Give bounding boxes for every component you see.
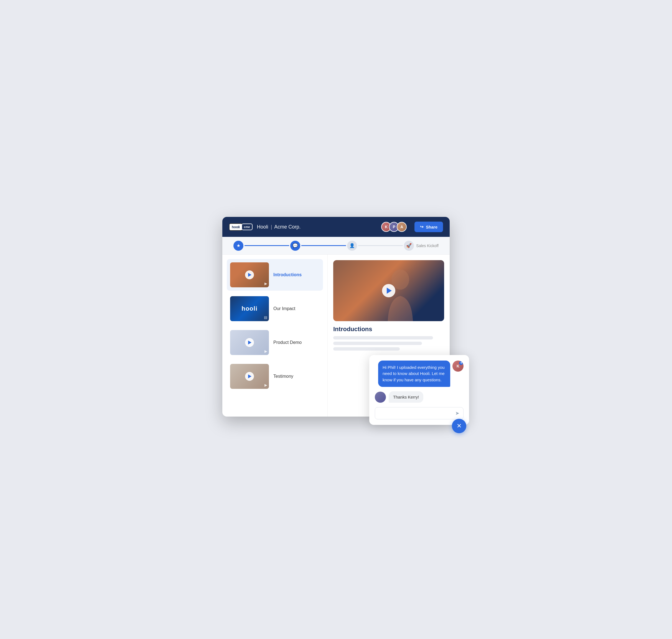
- logo-container: hooli cme: [229, 223, 253, 231]
- scene: hooli cme Hooli | Acme Corp. K P A ↪ Sha…: [211, 206, 461, 433]
- share-icon: ↪: [420, 224, 423, 229]
- share-button[interactable]: ↪ Share: [414, 222, 443, 232]
- playlist-title-introductions: Introductions: [273, 272, 302, 277]
- logo-cme: cme: [241, 223, 253, 230]
- header: hooli cme Hooli | Acme Corp. K P A ↪ Sha…: [222, 217, 450, 237]
- chat-avatar-kerry: K ★: [452, 361, 464, 372]
- send-icon[interactable]: ➤: [455, 410, 459, 416]
- play-triangle-demo: [248, 341, 252, 344]
- playlist: ▶ Introductions hooli ▤ Our Impact: [222, 254, 328, 417]
- chat-bubble-kerry: Hi Phil! I uploaded everything you need …: [378, 361, 450, 387]
- step-3-icon[interactable]: 👤: [347, 241, 357, 251]
- playlist-item-product-demo[interactable]: ▶ Product Demo: [227, 327, 323, 358]
- playlist-item-our-impact[interactable]: hooli ▤ Our Impact: [227, 293, 323, 325]
- playlist-item-testimony[interactable]: ▶ Testimony: [227, 361, 323, 392]
- header-avatars: K P A: [381, 222, 407, 232]
- hooli-logo-thumb: hooli: [241, 305, 258, 312]
- chat-input[interactable]: [379, 411, 453, 416]
- progress-bar: ★ 💬 👤 🚀 Sales Kickoff: [222, 237, 450, 254]
- playlist-title-our-impact: Our Impact: [273, 306, 295, 311]
- svg-point-0: [391, 269, 409, 290]
- video-icon-4: ▶: [265, 383, 267, 387]
- step-line-2: [301, 245, 346, 246]
- play-triangle-testimony: [248, 374, 252, 378]
- chat-msg-incoming: Thanks Kerry!: [375, 391, 464, 403]
- content-line-2: [333, 342, 422, 345]
- playlist-title-product-demo: Product Demo: [273, 340, 302, 345]
- chat-panel: Hi Phil! I uploaded everything you need …: [369, 355, 469, 425]
- chat-msg-outgoing: Hi Phil! I uploaded everything you need …: [375, 361, 464, 387]
- step-line-3: [358, 245, 403, 246]
- avatar-3: A: [397, 222, 407, 232]
- header-title: Hooli | Acme Corp.: [257, 224, 377, 230]
- chat-input-row[interactable]: ➤: [375, 407, 464, 419]
- play-triangle: [248, 273, 252, 277]
- play-btn-introductions[interactable]: [245, 270, 254, 279]
- close-icon: ✕: [457, 422, 462, 430]
- play-btn-demo[interactable]: [245, 338, 254, 347]
- logo-hooli: hooli: [229, 223, 243, 231]
- thumb-our-impact: hooli ▤: [230, 296, 269, 321]
- step-label: Sales Kickoff: [416, 244, 438, 248]
- share-label: Share: [426, 225, 437, 229]
- play-btn-testimony[interactable]: [245, 372, 254, 381]
- step-1-icon[interactable]: ★: [234, 241, 243, 251]
- video-icon-1: ▶: [265, 281, 267, 286]
- step-4-icon[interactable]: 🚀: [404, 241, 414, 251]
- thumb-introductions: ▶: [230, 262, 269, 287]
- content-line-3: [333, 347, 400, 350]
- presentation-icon-2: ▤: [264, 315, 267, 320]
- content-description: [333, 336, 444, 350]
- content-line-1: [333, 336, 433, 340]
- person-silhouette: [381, 266, 420, 321]
- playlist-item-introductions[interactable]: ▶ Introductions: [227, 259, 323, 291]
- thumb-testimony: ▶: [230, 364, 269, 389]
- main-video[interactable]: [333, 260, 444, 321]
- chat-avatar-star: ★: [459, 361, 463, 365]
- thumb-product-demo: ▶: [230, 330, 269, 355]
- chat-avatar-phil: [375, 392, 386, 403]
- step-2-icon[interactable]: 💬: [290, 241, 300, 251]
- content-title: Introductions: [333, 326, 444, 333]
- video-icon-3: ▶: [265, 349, 267, 353]
- chat-bubble-phil: Thanks Kerry!: [389, 391, 423, 403]
- close-fab-button[interactable]: ✕: [452, 419, 466, 433]
- step-line-1: [244, 245, 289, 246]
- chat-messages: Hi Phil! I uploaded everything you need …: [375, 361, 464, 403]
- playlist-title-testimony: Testimony: [273, 374, 293, 379]
